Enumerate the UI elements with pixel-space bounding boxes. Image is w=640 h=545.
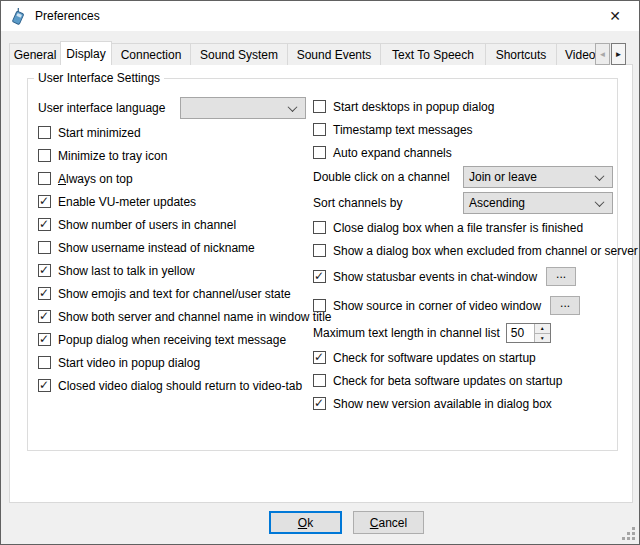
language-label: User interface language xyxy=(38,101,176,115)
statusbar-events-browse-button[interactable]: ... xyxy=(546,267,576,286)
checkbox xyxy=(38,379,51,392)
checkbox-label: Show new version available in dialog box xyxy=(333,397,552,411)
video-source-row: Show source in corner of video window ..… xyxy=(313,291,613,320)
checkbox xyxy=(38,195,51,208)
checkbox-label: Start minimized xyxy=(58,126,141,140)
checkbox-label: Show source in corner of video window xyxy=(333,299,541,313)
checkbox-label: Show number of users in channel xyxy=(58,218,236,232)
titlebar: Preferences ✕ xyxy=(1,1,639,31)
checkbox[interactable] xyxy=(313,299,326,312)
ok-button[interactable]: Ok xyxy=(269,511,342,534)
checkbox xyxy=(313,374,326,387)
tab-scroll-right-icon[interactable]: ► xyxy=(611,43,626,65)
tab-shortcuts[interactable]: Shortcuts xyxy=(485,43,557,65)
checkbox-row[interactable]: Show last to talk in yellow xyxy=(38,259,306,282)
checkbox-row[interactable]: Show number of users in channel xyxy=(38,213,306,236)
checkbox xyxy=(38,126,51,139)
checkbox-row[interactable]: Start minimized xyxy=(38,121,306,144)
double-click-value: Join or leave xyxy=(469,170,537,184)
checkbox-label: Check for beta software updates on start… xyxy=(333,374,562,388)
window-title: Preferences xyxy=(35,9,100,23)
checkbox-row[interactable]: Show new version available in dialog box xyxy=(313,392,613,415)
checkbox-label: Check for software updates on startup xyxy=(333,351,536,365)
left-column: User interface language Start minimized … xyxy=(38,95,306,397)
checkbox xyxy=(38,241,51,254)
checkbox-label: Show username instead of nickname xyxy=(58,241,255,255)
groupbox-title: User Interface Settings xyxy=(34,71,164,85)
language-row: User interface language xyxy=(38,95,306,121)
group-user-interface-settings: User Interface Settings User interface l… xyxy=(27,78,618,451)
checkbox-label: Popup dialog when receiving text message xyxy=(58,333,286,347)
checkbox xyxy=(38,287,51,300)
close-icon[interactable]: ✕ xyxy=(599,1,631,31)
checkbox xyxy=(313,221,326,234)
max-text-length-spinner[interactable]: 50 ▲ ▼ xyxy=(506,323,551,343)
checkbox-row[interactable]: Close dialog box when a file transfer is… xyxy=(313,216,613,239)
double-click-combobox[interactable]: Join or leave xyxy=(463,166,613,188)
spinner-value[interactable]: 50 xyxy=(507,324,534,342)
checkbox xyxy=(313,146,326,159)
checkbox[interactable] xyxy=(313,270,326,283)
checkbox-label: Timestamp text messages xyxy=(333,123,473,137)
checkbox-label: Auto expand channels xyxy=(333,146,452,160)
right-column: Start desktops in popup dialog Timestamp… xyxy=(313,95,613,415)
checkbox xyxy=(38,172,51,185)
checkbox-label: Start video in popup dialog xyxy=(58,356,200,370)
cancel-button[interactable]: Cancel xyxy=(353,511,424,534)
checkbox-label: Start desktops in popup dialog xyxy=(333,100,494,114)
language-combobox[interactable] xyxy=(180,97,306,119)
checkbox-label: Show last to talk in yellow xyxy=(58,264,195,278)
double-click-label: Double click on a channel xyxy=(313,170,463,184)
checkbox-label: Show emojis and text for channel/user st… xyxy=(58,287,291,301)
checkbox xyxy=(313,351,326,364)
checkbox-label: Show statusbar events in chat-window xyxy=(333,270,537,284)
checkbox-label: Always on top xyxy=(58,172,133,186)
checkbox-row[interactable]: Minimize to tray icon xyxy=(38,144,306,167)
checkbox xyxy=(313,244,326,257)
chevron-down-icon xyxy=(288,102,298,112)
resize-grip[interactable] xyxy=(622,527,635,540)
checkbox-row[interactable]: Check for beta software updates on start… xyxy=(313,369,613,392)
checkbox xyxy=(313,100,326,113)
tab-text-to-speech[interactable]: Text To Speech xyxy=(380,43,486,65)
tab-connection[interactable]: Connection xyxy=(111,43,191,65)
tab-display[interactable]: Display xyxy=(60,41,112,65)
checkbox-label: Minimize to tray icon xyxy=(58,149,167,163)
checkbox-row[interactable]: Show emojis and text for channel/user st… xyxy=(38,282,306,305)
sort-channels-combobox[interactable]: Ascending xyxy=(463,192,613,214)
tab-general[interactable]: General xyxy=(9,43,61,65)
teamtalk-icon xyxy=(10,8,27,25)
checkbox-label: Close dialog box when a file transfer is… xyxy=(333,221,583,235)
tab-sound-system[interactable]: Sound System xyxy=(190,43,288,65)
max-text-length-row: Maximum text length in channel list 50 ▲… xyxy=(313,320,613,346)
preferences-dialog: Preferences ✕ User Interface Settings Us… xyxy=(0,0,640,545)
checkbox-row[interactable]: Timestamp text messages xyxy=(313,118,613,141)
checkbox-row[interactable]: Show both server and channel name in win… xyxy=(38,305,306,328)
checkbox xyxy=(38,218,51,231)
checkbox-label: Enable VU-meter updates xyxy=(58,195,196,209)
checkbox-row[interactable]: Auto expand channels xyxy=(313,141,613,164)
checkbox xyxy=(38,264,51,277)
spin-up-icon[interactable]: ▲ xyxy=(535,324,550,334)
checkbox-row[interactable]: Closed video dialog should return to vid… xyxy=(38,374,306,397)
sort-channels-value: Ascending xyxy=(469,196,525,210)
checkbox-row[interactable]: Always on top xyxy=(38,167,306,190)
checkbox-row[interactable]: Start desktops in popup dialog xyxy=(313,95,613,118)
checkbox-row[interactable]: Enable VU-meter updates xyxy=(38,190,306,213)
double-click-row: Double click on a channel Join or leave xyxy=(313,164,613,190)
tab-bar: General Display Connection Sound System … xyxy=(9,40,631,65)
sort-channels-row: Sort channels by Ascending xyxy=(313,190,613,216)
checkbox-row[interactable]: Show username instead of nickname xyxy=(38,236,306,259)
chevron-down-icon xyxy=(595,197,605,207)
video-source-browse-button[interactable]: ... xyxy=(550,296,580,315)
checkbox-row[interactable]: Show a dialog box when excluded from cha… xyxy=(313,239,613,262)
checkbox-row[interactable]: Start video in popup dialog xyxy=(38,351,306,374)
sort-channels-label: Sort channels by xyxy=(313,196,463,210)
tab-sound-events[interactable]: Sound Events xyxy=(287,43,381,65)
checkbox-label: Show a dialog box when excluded from cha… xyxy=(333,244,638,258)
checkbox-label: Closed video dialog should return to vid… xyxy=(58,379,302,393)
checkbox-row[interactable]: Check for software updates on startup xyxy=(313,346,613,369)
checkbox-row[interactable]: Popup dialog when receiving text message xyxy=(38,328,306,351)
spin-down-icon[interactable]: ▼ xyxy=(535,334,550,343)
tab-scroll-left-icon[interactable]: ◄ xyxy=(595,43,610,65)
